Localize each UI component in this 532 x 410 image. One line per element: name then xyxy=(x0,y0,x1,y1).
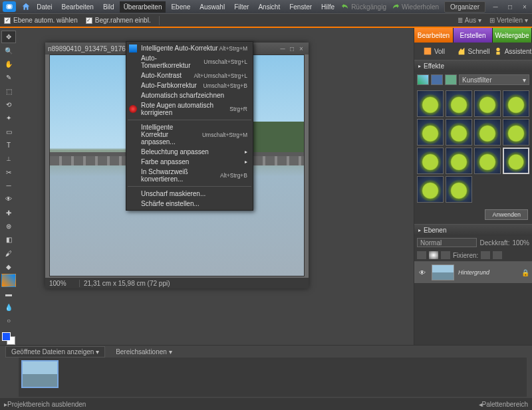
mode-guided[interactable]: Assistent xyxy=(493,47,532,56)
menu-ansicht[interactable]: Ansicht xyxy=(254,1,284,13)
distribute-dropdown[interactable]: ⊞Verteilen▾ xyxy=(489,17,528,24)
effect-thumb[interactable] xyxy=(417,119,444,146)
bucket-tool[interactable]: ◆ xyxy=(1,260,16,273)
layer-visibility-icon[interactable]: 👁 xyxy=(417,269,428,276)
menu-item[interactable]: Auto-KontrastAlt+Umschalt+Strg+L xyxy=(126,70,253,80)
tab-share[interactable]: Weitergabe xyxy=(493,28,532,43)
menu-item[interactable]: Auto-FarbkorrekturUmschalt+Strg+B xyxy=(126,80,253,90)
menu-item[interactable]: In Schwarzweiß konvertieren...Alt+Strg+B xyxy=(126,167,253,184)
effect-thumb[interactable] xyxy=(446,119,472,146)
project-thumbnail[interactable] xyxy=(21,360,59,388)
gradient-tool[interactable] xyxy=(1,274,16,286)
fx-category-3[interactable] xyxy=(445,74,457,85)
effect-thumb[interactable] xyxy=(417,176,444,203)
opacity-value[interactable]: 100% xyxy=(512,239,529,247)
effect-thumb[interactable] xyxy=(417,90,444,117)
eraser-tool[interactable]: ◧ xyxy=(1,233,16,246)
effect-thumb[interactable] xyxy=(503,90,529,117)
selection-tool[interactable]: ▭ xyxy=(1,125,16,138)
menu-item[interactable]: Auto-TonwertkorrekturUmschalt+Strg+L xyxy=(126,53,253,70)
window-close[interactable]: × xyxy=(520,3,529,11)
marquee-tool[interactable]: ⬚ xyxy=(1,84,16,97)
organizer-button[interactable]: Organizer xyxy=(444,1,485,13)
redo-button[interactable]: Wiederholen xyxy=(392,3,439,11)
home-icon[interactable] xyxy=(20,1,31,12)
menu-auswahl[interactable]: Auswahl xyxy=(196,1,229,13)
auto-select-layer-checkbox[interactable]: ✓Ebene autom. wählen xyxy=(4,17,78,24)
menu-hilfe[interactable]: Hilfe xyxy=(317,1,338,13)
menu-fenster[interactable]: Fenster xyxy=(285,1,316,13)
undo-button[interactable]: Rückgängig xyxy=(341,3,386,11)
lock-all-icon[interactable] xyxy=(493,251,502,259)
brush-tool[interactable]: 🖌 xyxy=(1,247,16,260)
area-actions-button[interactable]: Bereichsaktionen ▾ xyxy=(116,348,172,356)
fx-category-2[interactable] xyxy=(431,74,443,85)
menu-item[interactable]: Farbe anpassen▸ xyxy=(126,157,253,167)
layer-row[interactable]: 👁 Hintergrund 🔒 xyxy=(414,262,532,283)
blend-mode-select[interactable]: Normal xyxy=(417,238,477,247)
hand-tool[interactable]: ✋ xyxy=(1,58,16,70)
window-minimize[interactable]: ─ xyxy=(491,3,500,11)
menu-ueberarbeiten[interactable]: Überarbeiten xyxy=(120,1,166,13)
color-swatch[interactable] xyxy=(2,332,15,345)
effect-thumb[interactable] xyxy=(446,176,472,203)
doc-maximize[interactable]: □ xyxy=(287,45,297,52)
effect-thumb[interactable] xyxy=(503,119,529,146)
menu-item[interactable]: Rote Augen automatisch korrigierenStrg+R xyxy=(126,100,253,118)
window-maximize[interactable]: □ xyxy=(505,3,515,11)
layer-link-icon[interactable] xyxy=(417,251,426,259)
stamp-tool[interactable]: ⊛ xyxy=(1,220,16,233)
effects-panel-header[interactable]: ▸Effekte xyxy=(414,60,532,72)
zoom-level[interactable]: 100% xyxy=(45,280,80,287)
menu-item[interactable]: Intelligente Korrektur anpassen...Umscha… xyxy=(126,122,253,147)
apply-button[interactable]: Anwenden xyxy=(485,209,528,220)
palette-bin[interactable]: Palettenbereich xyxy=(482,401,529,408)
layer-fx-icon[interactable] xyxy=(429,251,438,259)
redeye-tool[interactable]: 👁 xyxy=(1,193,16,205)
menu-ebene[interactable]: Ebene xyxy=(167,1,194,13)
effect-thumb[interactable] xyxy=(474,119,501,146)
crop-tool[interactable]: ⟂ xyxy=(1,152,16,165)
move-tool[interactable]: ✥ xyxy=(1,31,16,43)
tab-edit[interactable]: Bearbeiten xyxy=(414,28,454,43)
menu-bild[interactable]: Bild xyxy=(99,1,118,13)
layers-panel-header[interactable]: ▸Ebenen xyxy=(414,224,532,236)
blur-tool[interactable]: 💧 xyxy=(1,301,16,314)
menu-filter[interactable]: Filter xyxy=(230,1,253,13)
straighten-tool[interactable]: ─ xyxy=(1,179,16,192)
fx-category-1[interactable] xyxy=(417,74,429,85)
menu-item[interactable]: Automatisch scharfzeichnen xyxy=(126,90,253,100)
doc-close[interactable]: × xyxy=(297,45,306,52)
menu-item[interactable]: Beleuchtung anpassen▸ xyxy=(126,147,253,157)
lasso-tool[interactable]: ⟲ xyxy=(1,98,16,111)
menu-item[interactable]: Intelligente Auto-KorrekturAlt+Strg+M xyxy=(126,43,253,53)
eyedropper-tool[interactable]: ✎ xyxy=(1,71,16,84)
mode-quick[interactable]: Schnell xyxy=(454,47,493,56)
effect-thumb[interactable] xyxy=(474,148,501,174)
effect-thumb[interactable] xyxy=(446,90,472,117)
mode-full[interactable]: Voll xyxy=(414,47,454,56)
show-bounding-box-checkbox[interactable]: ✓Begr.rahmen einbl. xyxy=(86,17,151,24)
menu-item[interactable]: Schärfe einstellen... xyxy=(126,199,253,209)
effect-thumb[interactable] xyxy=(474,90,501,117)
wand-tool[interactable]: ✦ xyxy=(1,112,16,124)
text-tool[interactable]: T xyxy=(1,139,16,152)
show-open-files-button[interactable]: Geöffnete Dateien anzeigen ▾ xyxy=(5,346,105,358)
lock-pixels-icon[interactable] xyxy=(481,251,490,259)
cookie-tool[interactable]: ✂ xyxy=(1,165,16,178)
heal-tool[interactable]: ✚ xyxy=(1,206,16,219)
menu-datei[interactable]: Datei xyxy=(33,1,56,13)
sponge-tool[interactable]: ○ xyxy=(1,314,16,327)
layer-new-icon[interactable] xyxy=(441,251,450,259)
align-dropdown[interactable]: ≣Aus▾ xyxy=(458,17,481,24)
tab-create[interactable]: Erstellen xyxy=(454,28,493,43)
zoom-tool[interactable]: 🔍 xyxy=(1,44,16,56)
menu-item[interactable]: Unscharf maskieren... xyxy=(126,189,253,199)
doc-minimize[interactable]: ─ xyxy=(278,45,287,52)
effect-thumb[interactable] xyxy=(503,148,529,174)
effect-thumb[interactable] xyxy=(446,148,472,174)
hide-project-bin[interactable]: Projektbereich ausblenden xyxy=(7,401,86,408)
shape-tool[interactable]: ▬ xyxy=(1,288,16,300)
menu-bearbeiten[interactable]: Bearbeiten xyxy=(58,1,98,13)
effect-thumb[interactable] xyxy=(417,148,444,174)
